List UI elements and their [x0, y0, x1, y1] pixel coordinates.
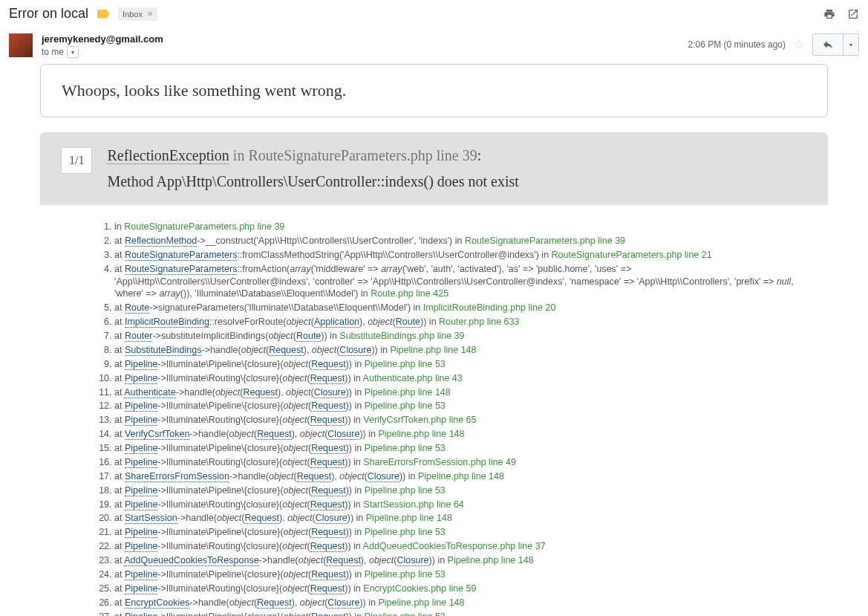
trace-line: at VerifyCsrfToken->handle(object(Reques…: [114, 427, 798, 441]
trace-line: at EncryptCookies->handle(object(Request…: [114, 596, 798, 610]
error-banner: Whoops, looks like something went wrong.: [40, 64, 828, 117]
trace-line: at ImplicitRouteBinding::resolveForRoute…: [114, 315, 798, 329]
print-icon[interactable]: [823, 8, 835, 20]
exception-in: in: [229, 147, 249, 163]
trace-line: at Router->substituteImplicitBindings(ob…: [114, 329, 798, 343]
email-header: Error on local Inbox ✕: [0, 0, 868, 27]
inbox-label-text: Inbox: [123, 10, 143, 19]
email-subject: Error on local: [9, 6, 88, 22]
reply-more-dropdown[interactable]: ▾: [843, 34, 858, 55]
trace-line: at Pipeline->Illuminate\Routing\{closure…: [114, 539, 798, 554]
trace-line: at Authenticate->handle(object(Request),…: [114, 386, 798, 400]
trace-line: at Pipeline->Illuminate\Pipeline\{closur…: [114, 441, 798, 455]
avatar[interactable]: [9, 33, 33, 57]
label-icon[interactable]: [97, 10, 109, 19]
trace-line: at AddQueuedCookiesToResponse->handle(ob…: [114, 554, 798, 568]
show-details-dropdown[interactable]: ▾: [67, 46, 79, 58]
trace-line: at ReflectionMethod->__construct('App\\H…: [114, 234, 798, 248]
trace-line: at Pipeline->Illuminate\Routing\{closure…: [114, 413, 798, 427]
trace-line: at Pipeline->Illuminate\Routing\{closure…: [114, 498, 798, 512]
sender-email[interactable]: jeremykenedy@gmail.com: [42, 33, 679, 45]
trace-line: at Pipeline->Illuminate\Pipeline\{closur…: [114, 610, 798, 617]
sender-row: jeremykenedy@gmail.com to me ▾ 2:06 PM (…: [0, 27, 868, 64]
exception-header: 1/1 ReflectionException in RouteSignatur…: [40, 132, 828, 205]
trace-line: at Pipeline->Illuminate\Routing\{closure…: [114, 372, 798, 386]
open-new-window-icon[interactable]: [847, 8, 859, 20]
exception-file[interactable]: RouteSignatureParameters.php line 39: [248, 147, 477, 163]
trace-line: at Route->signatureParameters('Illuminat…: [114, 301, 798, 315]
exception-message: Method App\Http\Controllers\UserControll…: [107, 173, 518, 190]
timestamp: 2:06 PM (0 minutes ago): [688, 39, 786, 50]
trace-line: at Pipeline->Illuminate\Pipeline\{closur…: [114, 525, 798, 539]
to-recipients: to me: [42, 47, 64, 57]
star-icon[interactable]: ☆: [793, 36, 805, 53]
remove-label-icon[interactable]: ✕: [147, 10, 153, 18]
trace-line: at Pipeline->Illuminate\Routing\{closure…: [114, 455, 798, 470]
trace-line: at RouteSignatureParameters::fromClassMe…: [114, 248, 798, 262]
exception-name[interactable]: ReflectionException: [107, 147, 229, 164]
stack-trace: in RouteSignatureParameters.php line 39a…: [40, 205, 828, 616]
exception-colon: :: [477, 147, 482, 163]
trace-line: at Pipeline->Illuminate\Pipeline\{closur…: [114, 568, 798, 582]
inbox-label[interactable]: Inbox ✕: [118, 7, 157, 21]
trace-line: at Pipeline->Illuminate\Pipeline\{closur…: [114, 357, 798, 372]
trace-line: at StartSession->handle(object(Request),…: [114, 511, 798, 525]
trace-line: at ShareErrorsFromSession->handle(object…: [114, 470, 798, 484]
trace-line: at Pipeline->Illuminate\Routing\{closure…: [114, 582, 798, 596]
reply-button[interactable]: [813, 34, 843, 55]
trace-line: at Pipeline->Illuminate\Pipeline\{closur…: [114, 399, 798, 413]
trace-line: at Pipeline->Illuminate\Pipeline\{closur…: [114, 484, 798, 498]
trace-line: at SubstituteBindings->handle(object(Req…: [114, 343, 798, 357]
trace-line: at RouteSignatureParameters::fromAction(…: [114, 262, 798, 302]
exception-counter: 1/1: [61, 147, 92, 174]
email-body: Whoops, looks like something went wrong.…: [0, 64, 868, 616]
trace-line: in RouteSignatureParameters.php line 39: [114, 220, 798, 234]
